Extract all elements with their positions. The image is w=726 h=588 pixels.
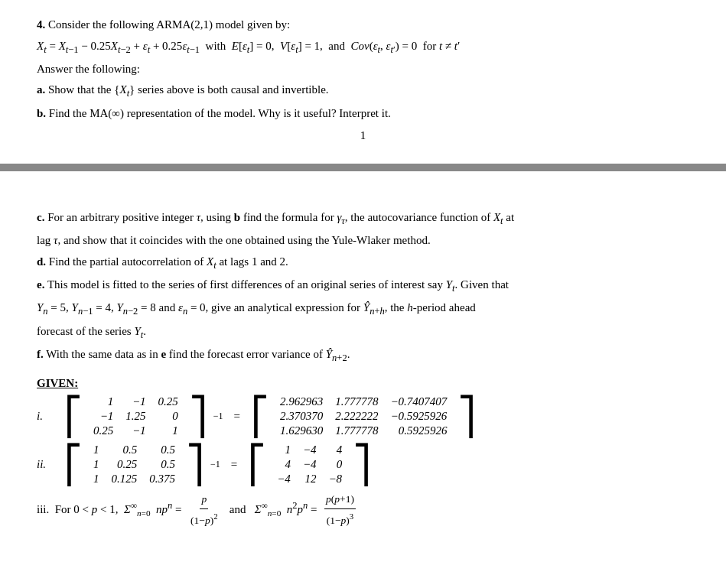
right-bracket-3: ⎤ [186,447,204,483]
right-bracket-4: ⎤ [353,447,371,483]
answer-following: Answer the following: [37,60,689,80]
fraction-1: p (1−p)2 [189,491,220,529]
question-header: 4. Consider the following ARMA(2,1) mode… [37,15,689,35]
question-number: 4. [37,18,45,31]
equals-2: = [231,458,237,471]
section-divider [0,164,726,171]
page-bottom-section: c. For an arbitrary positive integer τ, … [0,179,726,538]
right-bracket-2: ⎤ [457,398,476,435]
matrix-i-left: 1−10.25 −11.250 0.25−11 [87,395,184,438]
matrix-ii-row: ii. ⎡ 10.50.5 10.250.5 10.1250.375 ⎤ −1 … [37,443,689,486]
part-e: e. This model is fitted to the series of… [37,275,689,297]
left-bracket-1: ⎡ [64,398,83,435]
matrix-i-row: i. ⎡ 1−10.25 −11.250 0.25−11 ⎤ −1 = ⎡ 2.… [37,395,689,438]
given-label: GIVEN: [37,377,689,390]
matrix-ii-right: 1−44 4−40 −412−8 [271,443,348,486]
roman-ii: ii. [37,458,58,471]
inv-superscript-2: −1 [210,459,220,470]
roman-iii: iii. [37,503,49,515]
part-c: c. For an arbitrary positive integer τ, … [37,208,689,229]
inv-superscript-1: −1 [213,411,223,422]
part-d: d. Find the partial autocorrelation of X… [37,252,689,274]
part-c-cont: lag τ, and show that it coincides with t… [37,231,689,251]
roman-i: i. [37,410,58,423]
formula-iii: iii. For 0 < p < 1, Σ∞n=0 npn = p (1−p)2… [37,491,689,529]
main-equation: Xt = Xt−1 − 0.25Xt−2 + εt + 0.25εt−1 wit… [37,37,689,58]
part-a: a. Show that the {Xt} series above is bo… [37,80,689,102]
matrix-i-right: 2.9629631.777778−0.7407407 2.3703702.222… [274,395,453,438]
fraction-2: p(p+1) (1−p)3 [324,491,356,529]
part-e-data: Yn = 5, Yn−1 = 4, Yn−2 = 8 and εn = 0, g… [37,298,689,320]
part-b: b. Find the MA(∞) representation of the … [37,104,689,124]
left-bracket-3: ⎡ [64,447,83,483]
part-e-forecast: forecast of the series Yt. [37,322,689,343]
page-number: 1 [37,129,689,142]
right-bracket-1: ⎤ [189,398,207,435]
page-top-section: 4. Consider the following ARMA(2,1) mode… [0,0,726,156]
left-bracket-2: ⎡ [251,398,269,435]
equals-1: = [234,410,240,423]
matrix-ii-left: 10.50.5 10.250.5 10.1250.375 [87,443,181,486]
question-intro: Consider the following ARMA(2,1) model g… [48,18,290,31]
left-bracket-4: ⎡ [248,447,266,483]
part-f: f. With the same data as in e find the f… [37,345,689,366]
